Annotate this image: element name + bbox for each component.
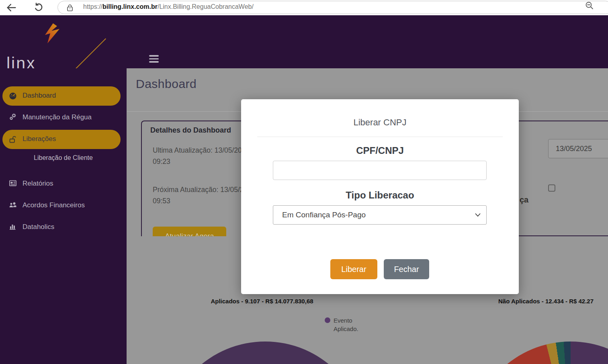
tipo-liberacao-select[interactable]: Em Confiança Pós-Pago — [273, 205, 487, 225]
app-header: linx — [0, 15, 608, 68]
menu-toggle-icon[interactable] — [149, 55, 159, 63]
cpf-cnpj-input[interactable] — [273, 161, 487, 180]
sidebar-item-liberacoes[interactable]: Liberações — [2, 130, 121, 149]
fechar-button[interactable]: Fechar — [384, 259, 429, 279]
cpf-cnpj-label: CPF/CNPJ — [241, 145, 519, 156]
url-path: /Linx.Billing.ReguaCobrancaWeb/ — [158, 3, 254, 10]
zoom-out-icon[interactable] — [585, 1, 594, 10]
atualizar-agora-button[interactable]: Atualizar Agora — [153, 227, 226, 236]
tipo-liberacao-selected: Em Confiança Pós-Pago — [282, 211, 366, 219]
bar-chart-icon — [9, 223, 17, 231]
sidebar-item-dataholics[interactable]: Dataholics — [2, 220, 121, 235]
pie-label-nao-aplicados: Não Aplicados - 12.434 - R$ 42.27 — [498, 298, 594, 305]
people-icon — [9, 201, 17, 209]
sidebar-item-acordos-financeiros[interactable]: Acordos Financeiros — [2, 198, 121, 213]
page-title: Dashboard — [136, 77, 197, 91]
url-host: billing.linx.com.br — [102, 3, 158, 10]
lock-icon — [66, 4, 74, 12]
sidebar-item-dashboard[interactable]: Dashboard — [2, 86, 121, 106]
chevron-down-icon — [475, 213, 481, 217]
sidebar-item-liberacao-cliente[interactable]: Liberação de Cliente — [0, 154, 127, 162]
last-update-time: 09:23 — [153, 157, 170, 166]
modal-title: Liberar CNPJ — [241, 117, 519, 128]
legend-text: Evento Aplicado. — [334, 316, 358, 333]
liberar-cnpj-modal: Liberar CNPJ CPF/CNPJ Tipo Liberacao Em … — [241, 99, 519, 294]
last-update-text: Ultima Atualização: 13/05/2025 — [153, 146, 250, 155]
linx-logo-spark-icon — [43, 22, 63, 44]
sidebar-item-label: Liberações — [23, 135, 56, 143]
gauge-icon — [9, 92, 17, 100]
details-card-title: Detalhes do Dashboard — [150, 126, 231, 135]
next-update-text: Próxima Atualização: 13/05/2025 — [153, 186, 256, 194]
browser-toolbar: https://billing.linx.com.br/Linx.Billing… — [0, 0, 608, 15]
liberar-button[interactable]: Liberar — [330, 259, 377, 279]
tipo-liberacao-label: Tipo Liberacao — [241, 190, 519, 201]
gears-icon — [9, 113, 17, 121]
unlock-icon — [9, 135, 17, 143]
sidebar-item-label: Dashboard — [23, 92, 56, 100]
sidebar-item-label: Acordos Financeiros — [23, 201, 85, 209]
sidebar-item-manutencao-regua[interactable]: Manutenção da Régua — [2, 110, 121, 125]
filter-label-fragment: ça — [520, 195, 528, 204]
date-input[interactable]: 13/05/2025 — [548, 139, 608, 158]
modal-divider — [257, 137, 503, 137]
sidebar-item-relatorios[interactable]: Relatórios — [2, 177, 121, 191]
legend-dot-icon — [325, 317, 330, 323]
url-text[interactable]: https://billing.linx.com.br/Linx.Billing… — [83, 3, 254, 10]
sidebar-item-label: Manutenção da Régua — [23, 113, 92, 121]
pie-label-aplicados: Aplicados - 9.107 - R$ 14.077.830,68 — [177, 298, 347, 305]
filter-checkbox[interactable] — [548, 184, 555, 192]
sidebar-item-label: Dataholics — [23, 223, 54, 231]
sidebar-item-label: Relatórios — [23, 180, 53, 188]
screen: https://billing.linx.com.br/Linx.Billing… — [0, 0, 608, 364]
url-scheme: https:// — [83, 3, 102, 10]
next-update-time: 09:53 — [153, 197, 170, 205]
back-icon[interactable] — [6, 2, 17, 13]
report-icon — [9, 179, 17, 187]
refresh-icon[interactable] — [33, 2, 44, 13]
